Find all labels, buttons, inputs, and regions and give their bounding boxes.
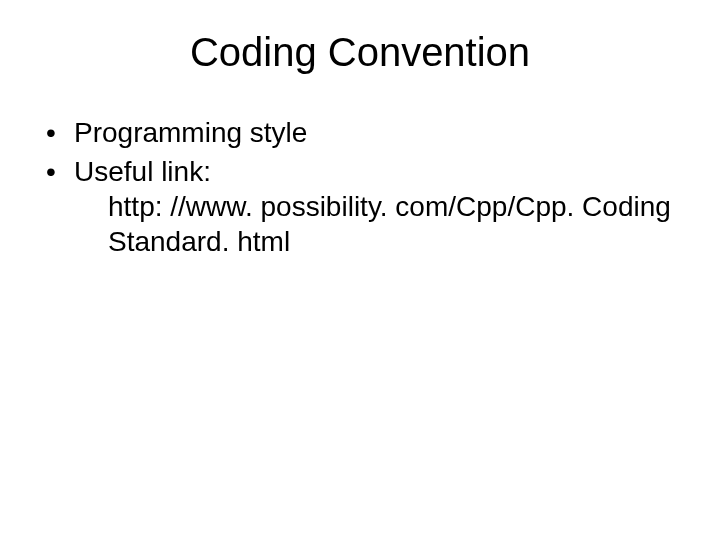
slide: Coding Convention Programming style Usef… (0, 0, 720, 540)
bullet-continuation: http: //www. possibility. com/Cpp/Cpp. C… (74, 189, 680, 224)
bullet-list: Programming style Useful link: http: //w… (40, 115, 680, 259)
bullet-text: Programming style (74, 117, 307, 148)
slide-body: Programming style Useful link: http: //w… (40, 115, 680, 259)
slide-title: Coding Convention (40, 30, 680, 75)
bullet-text: Useful link: (74, 156, 211, 187)
list-item: Programming style (40, 115, 680, 150)
list-item: Useful link: http: //www. possibility. c… (40, 154, 680, 259)
bullet-continuation: Standard. html (74, 224, 680, 259)
